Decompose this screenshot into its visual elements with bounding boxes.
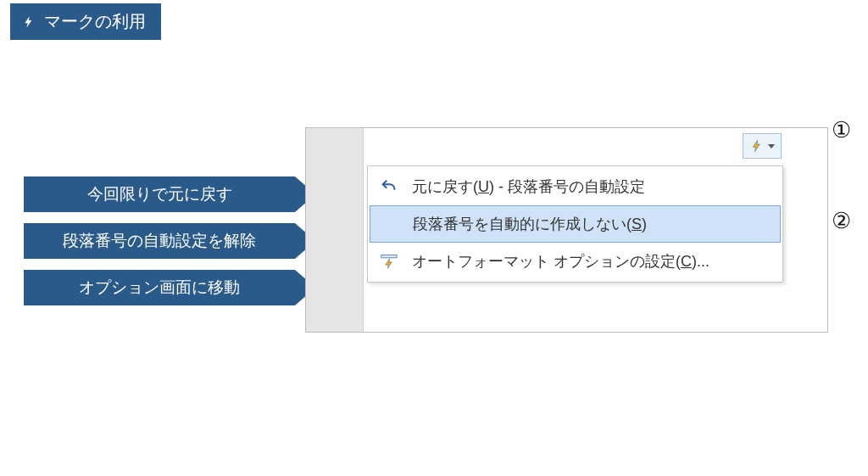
- document-body: 元に戻す(U) - 段落番号の自動設定 段落番号を自動的に作成しない(S) オ: [364, 128, 827, 332]
- lightning-icon: [750, 138, 764, 154]
- undo-icon: [378, 176, 400, 198]
- annotation-label: 段落番号の自動設定を解除: [63, 230, 256, 252]
- annotation-label: オプション画面に移動: [79, 277, 240, 299]
- page-margin: [306, 128, 364, 332]
- blank-icon: [379, 213, 401, 235]
- menu-item-undo[interactable]: 元に戻す(U) - 段落番号の自動設定: [370, 168, 781, 205]
- menu-item-autoformat-options[interactable]: オートフォーマット オプションの設定(C)...: [370, 243, 781, 280]
- annotation-open-options: オプション画面に移動: [24, 270, 295, 305]
- title-badge: マークの利用: [10, 3, 161, 40]
- callout-number-2: ②: [832, 208, 851, 234]
- autoformat-options-icon: [378, 250, 400, 272]
- title-text: マークの利用: [44, 10, 146, 33]
- annotation-disable-autonumber: 段落番号の自動設定を解除: [24, 223, 295, 259]
- svg-rect-0: [381, 255, 397, 258]
- word-document-panel: 元に戻す(U) - 段落番号の自動設定 段落番号を自動的に作成しない(S) オ: [305, 127, 828, 333]
- chevron-down-icon: [768, 144, 775, 148]
- annotation-label: 今回限りで元に戻す: [87, 183, 232, 205]
- menu-item-stop-autonumber[interactable]: 段落番号を自動的に作成しない(S): [370, 205, 781, 243]
- callout-number-1: ①: [832, 117, 851, 143]
- menu-label: 元に戻す(U) - 段落番号の自動設定: [412, 176, 645, 197]
- autocorrect-options-menu: 元に戻す(U) - 段落番号の自動設定 段落番号を自動的に作成しない(S) オ: [367, 165, 783, 283]
- annotation-undo-once: 今回限りで元に戻す: [24, 176, 295, 212]
- menu-label: 段落番号を自動的に作成しない(S): [413, 214, 647, 234]
- autocorrect-smarttag-button[interactable]: [743, 133, 782, 159]
- menu-label: オートフォーマット オプションの設定(C)...: [412, 251, 709, 272]
- lightning-icon: [22, 13, 36, 31]
